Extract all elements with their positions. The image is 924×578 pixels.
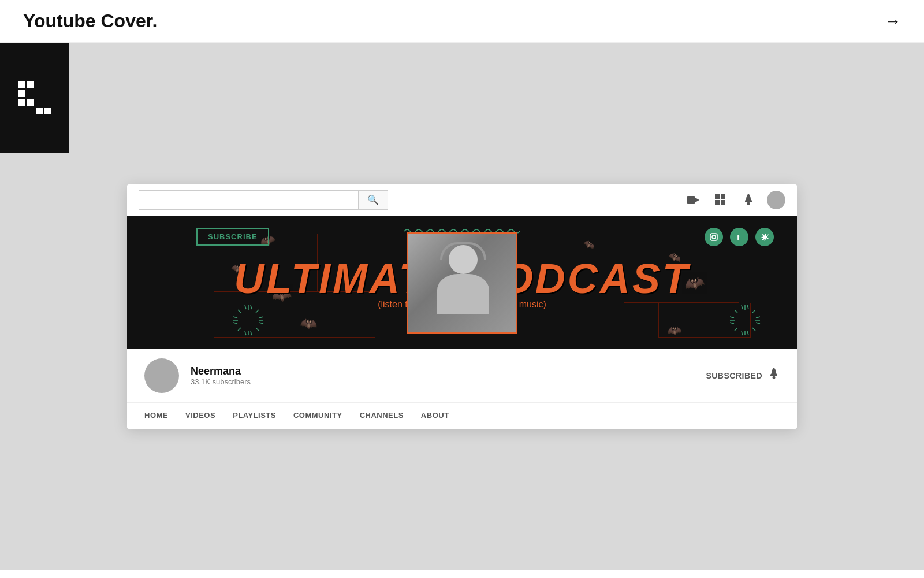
svg-point-8 xyxy=(712,235,716,239)
svg-point-43 xyxy=(773,376,776,379)
svg-line-21 xyxy=(233,317,237,318)
channel-actions: SUBSCRIBED xyxy=(706,368,780,383)
channel-name: Neermana xyxy=(191,365,251,377)
svg-line-42 xyxy=(742,331,743,335)
svg-line-34 xyxy=(752,328,755,331)
facebook-icon[interactable]: f xyxy=(730,228,748,246)
logo-box xyxy=(0,43,69,153)
svg-rect-3 xyxy=(721,194,725,199)
svg-point-9 xyxy=(716,234,717,235)
svg-text:f: f xyxy=(737,233,740,242)
svg-line-41 xyxy=(747,331,748,335)
svg-line-19 xyxy=(245,305,246,309)
svg-rect-5 xyxy=(721,200,725,205)
svg-line-16 xyxy=(256,310,259,313)
svg-line-25 xyxy=(251,331,252,335)
sunburst-right-icon xyxy=(728,303,762,338)
svg-line-32 xyxy=(752,310,755,313)
notification-bell-icon[interactable] xyxy=(768,368,780,383)
user-avatar[interactable] xyxy=(767,191,785,209)
channel-tabs: HOME VIDEOS PLAYLISTS COMMUNITY CHANNELS… xyxy=(127,402,797,429)
tab-playlists[interactable]: PLAYLISTS xyxy=(233,403,276,429)
social-icons: f xyxy=(705,228,774,246)
svg-point-6 xyxy=(747,202,750,205)
channel-avatar xyxy=(144,358,179,393)
svg-line-23 xyxy=(259,323,263,324)
svg-line-40 xyxy=(756,317,760,318)
arrow-button[interactable]: → xyxy=(885,12,901,31)
channel-bar: Neermana 33.1K subscribers SUBSCRIBED xyxy=(127,349,797,402)
tab-home[interactable]: HOME xyxy=(144,403,168,429)
main-content: 🔍 xyxy=(0,43,924,570)
video-icon[interactable] xyxy=(684,191,702,209)
bell-icon[interactable] xyxy=(739,191,758,209)
nav-icons xyxy=(684,191,785,209)
svg-line-24 xyxy=(259,317,263,318)
svg-rect-0 xyxy=(687,196,695,204)
channel-details: Neermana 33.1K subscribers xyxy=(191,365,251,386)
svg-line-22 xyxy=(233,323,237,324)
instagram-icon[interactable] xyxy=(705,228,723,246)
svg-line-36 xyxy=(747,305,748,309)
svg-line-37 xyxy=(730,317,734,318)
tab-community[interactable]: COMMUNITY xyxy=(293,403,342,429)
svg-line-17 xyxy=(238,328,241,331)
page-title: Youtube Cover. xyxy=(23,10,157,32)
svg-line-35 xyxy=(742,305,743,309)
youtube-nav: 🔍 xyxy=(127,184,797,216)
svg-rect-2 xyxy=(715,194,720,199)
sunburst-left-icon xyxy=(231,303,266,338)
svg-line-18 xyxy=(256,328,259,331)
svg-line-26 xyxy=(245,331,246,335)
tab-videos[interactable]: VIDEOS xyxy=(185,403,215,429)
tab-channels[interactable]: CHANNELS xyxy=(360,403,404,429)
svg-line-39 xyxy=(756,323,760,324)
svg-line-15 xyxy=(238,310,241,313)
svg-line-20 xyxy=(251,305,252,309)
search-bar: 🔍 xyxy=(139,190,388,210)
subscribed-button[interactable]: SUBSCRIBED xyxy=(706,371,762,380)
svg-marker-1 xyxy=(695,198,699,202)
channel-subscribers: 33.1K subscribers xyxy=(191,377,251,386)
search-button[interactable]: 🔍 xyxy=(358,190,388,210)
twitter-icon[interactable] xyxy=(755,228,774,246)
svg-rect-4 xyxy=(715,200,720,205)
svg-line-31 xyxy=(735,310,737,313)
top-bar: Youtube Cover. → xyxy=(0,0,924,43)
subscribe-banner-button[interactable]: SUBSCRIBE xyxy=(196,228,269,246)
tab-about[interactable]: ABOUT xyxy=(421,403,449,429)
svg-line-33 xyxy=(735,328,737,331)
channel-info: Neermana 33.1K subscribers xyxy=(144,358,251,393)
search-icon: 🔍 xyxy=(367,194,379,205)
logo-icon xyxy=(18,81,51,114)
channel-banner: SUBSCRIBE f xyxy=(127,216,797,349)
grid-icon[interactable] xyxy=(711,191,730,209)
svg-line-38 xyxy=(730,323,734,324)
banner-profile-photo xyxy=(407,232,517,334)
search-input[interactable] xyxy=(139,190,358,210)
youtube-card: 🔍 xyxy=(127,184,797,429)
